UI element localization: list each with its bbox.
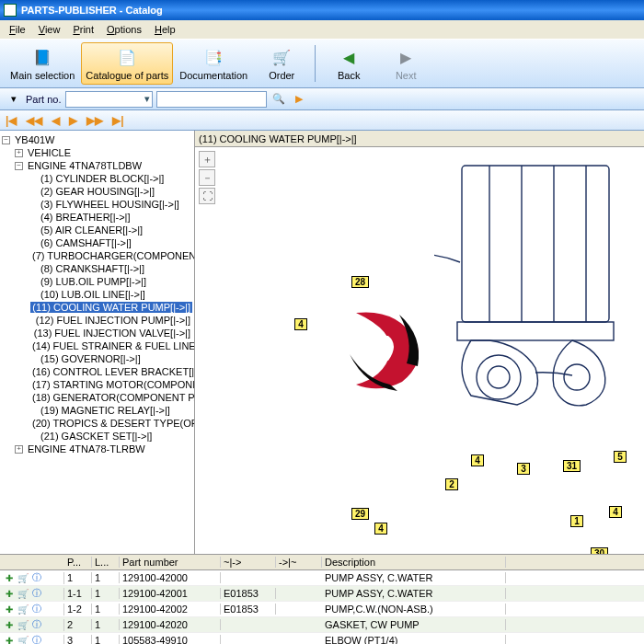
btn-back[interactable]: ◀Back — [321, 42, 376, 85]
back-icon: ◀ — [338, 47, 360, 69]
add-icon[interactable]: ✚ — [3, 635, 15, 645]
callout[interactable]: 1 — [570, 515, 583, 527]
menu-file[interactable]: File — [4, 22, 31, 37]
zoom-out-icon[interactable]: － — [199, 169, 215, 186]
btn-documentation[interactable]: 📑Documentation — [175, 42, 252, 85]
callout[interactable]: 4 — [609, 506, 622, 518]
info-icon[interactable]: ⓘ — [30, 635, 42, 645]
tree-item[interactable]: (12) FUEL INJECTION PUMP[|->|] — [2, 314, 192, 327]
menu-options[interactable]: Options — [101, 22, 147, 37]
info-icon[interactable]: ⓘ — [30, 588, 42, 600]
callout[interactable]: 28 — [351, 276, 369, 288]
app-icon — [4, 4, 17, 17]
nav-next-icon[interactable]: ▶ — [69, 114, 77, 127]
callout[interactable]: 30 — [591, 547, 608, 554]
tree-item[interactable]: (9) LUB.OIL PUMP[|->|] — [2, 275, 192, 288]
table-row[interactable]: ✚🛒ⓘ21129100-42020GASKET, CW PUMP — [0, 617, 644, 633]
add-icon[interactable]: ✚ — [3, 604, 15, 615]
watermark-logo — [333, 304, 443, 396]
tree-item[interactable]: (6) CAMSHAFT[|->|] — [2, 236, 192, 249]
tree-item[interactable]: +VEHICLE — [2, 146, 192, 159]
menu-help[interactable]: Help — [149, 22, 181, 37]
callout[interactable]: 4 — [374, 523, 387, 535]
right-panel: (11) COOLING WATER PUMP[|->|] ＋ － ⛶ — [195, 131, 644, 554]
nav-first-icon[interactable]: |◀ — [6, 114, 17, 127]
btn-catalogue[interactable]: 📄Catalogue of parts — [81, 42, 173, 85]
tree-item[interactable]: (17) STARTING MOTOR(COMPONENT PARTS[ — [2, 378, 192, 391]
diagram-viewport[interactable]: ＋ － ⛶ — [195, 147, 644, 554]
tree-item[interactable]: (15) GOVERNOR[|->|] — [2, 352, 192, 365]
titlebar: PARTS-PUBLISHER - Catalog — [0, 0, 644, 20]
catalogue-icon: 📄 — [116, 47, 138, 69]
tree-item[interactable]: (18) GENERATOR(COMPONENT PARTS)[|->|] — [2, 391, 192, 404]
btn-main-selection[interactable]: 📘Main selection — [6, 42, 79, 85]
tree-item[interactable]: (16) CONTROL LEVER BRACKET[|->|] — [2, 365, 192, 378]
zoom-in-icon[interactable]: ＋ — [199, 151, 215, 167]
partno-label: Part no. — [26, 94, 62, 105]
callout[interactable]: 31 — [563, 460, 581, 472]
callout[interactable]: 4 — [471, 454, 484, 466]
navbar: |◀ ◀◀ ◀ ▶ ▶▶ ▶| — [0, 110, 644, 131]
btn-order[interactable]: 🛒Order — [254, 42, 309, 85]
nav-prev-fast-icon[interactable]: ◀◀ — [26, 114, 42, 127]
tree-item[interactable]: (5) AIR CLEANER[|->|] — [2, 224, 192, 236]
nav-prev-icon[interactable]: ◀ — [52, 114, 60, 127]
cart-icon[interactable]: 🛒 — [17, 588, 29, 600]
tree-item[interactable]: (19) MAGNETIC RELAY[|->|] — [2, 404, 192, 417]
menu-view[interactable]: View — [33, 22, 66, 37]
dropdown-icon[interactable]: ▾ — [6, 91, 22, 108]
diagram-tools: ＋ － ⛶ — [199, 151, 215, 204]
table-row[interactable]: ✚🛒ⓘ1-21129100-42002E01853PUMP,C.W.(NON-A… — [0, 602, 644, 617]
menubar: File View Print Options Help — [0, 20, 644, 39]
menu-print[interactable]: Print — [67, 22, 99, 37]
add-icon[interactable]: ✚ — [3, 619, 15, 631]
table-row[interactable]: ✚🛒ⓘ31105583-49910ELBOW (PT1/4) — [0, 633, 644, 644]
info-icon[interactable]: ⓘ — [30, 604, 42, 615]
info-icon[interactable]: ⓘ — [30, 572, 42, 584]
tree-item[interactable]: (14) FUEL STRAINER & FUEL LINE[|->|] — [2, 339, 192, 352]
tree-item[interactable]: (8) CRANKSHAFT[|->|] — [2, 262, 192, 275]
cart-icon[interactable]: 🛒 — [17, 572, 29, 584]
table-row[interactable]: ✚🛒ⓘ11129100-42000PUMP ASSY, C.WATER — [0, 570, 644, 586]
cart-icon[interactable]: 🛒 — [17, 635, 29, 645]
go-icon[interactable]: ▶ — [291, 91, 307, 108]
tree-panel[interactable]: −YB401W+VEHICLE−ENGINE 4TNA78TLDBW(1) CY… — [0, 131, 195, 554]
engine-drawing — [434, 156, 644, 432]
tree-item[interactable]: (2) GEAR HOUSING[|->|] — [2, 185, 192, 198]
next-icon: ▶ — [395, 47, 417, 69]
tree-item[interactable]: (10) LUB.OIL LINE[|->|] — [2, 288, 192, 301]
callout[interactable]: 3 — [517, 463, 530, 475]
cart-icon[interactable]: 🛒 — [17, 619, 29, 631]
tree-item[interactable]: (4) BREATHER[|->|] — [2, 211, 192, 224]
search-icon[interactable]: 🔍 — [270, 91, 287, 108]
tree-item[interactable]: +ENGINE 4TNA78-TLRBW — [2, 443, 192, 455]
nav-next-fast-icon[interactable]: ▶▶ — [86, 114, 103, 127]
title-text: PARTS-PUBLISHER - Catalog — [21, 5, 163, 16]
partno-input[interactable] — [156, 91, 267, 108]
callout[interactable]: 2 — [445, 478, 458, 490]
add-icon[interactable]: ✚ — [3, 588, 15, 600]
partno-select[interactable] — [65, 91, 153, 108]
tree-item[interactable]: (21) GASCKET SET[|->|] — [2, 430, 192, 443]
callout[interactable]: 5 — [614, 451, 627, 463]
tree-item[interactable]: (3) FLYWHEEL HOUSING[|->|] — [2, 198, 192, 211]
tree-item[interactable]: (7) TURBOCHARGER(COMPONENT PARTS)[|- — [2, 249, 192, 262]
parts-grid[interactable]: P... L... Part number ~|-> ->|~ Descript… — [0, 554, 644, 644]
tree-item[interactable]: −YB401W — [2, 133, 192, 146]
add-icon[interactable]: ✚ — [3, 572, 15, 584]
search-bar: ▾ Part no. 🔍 ▶ — [0, 88, 644, 110]
tree-item[interactable]: (1) CYLINDER BLOCK[|->|] — [2, 172, 192, 185]
callout[interactable]: 4 — [294, 318, 307, 330]
svg-point-6 — [477, 355, 521, 399]
table-row[interactable]: ✚🛒ⓘ1-11129100-42001E01853PUMP ASSY, C.WA… — [0, 586, 644, 602]
nav-last-icon[interactable]: ▶| — [112, 114, 123, 127]
tree-item[interactable]: (13) FUEL INJECTION VALVE[|->|] — [2, 327, 192, 339]
callout[interactable]: 29 — [351, 508, 369, 520]
tree-item[interactable]: (20) TROPICS & DESERT TYPE(OPTIONAL)[|- — [2, 417, 192, 430]
zoom-fit-icon[interactable]: ⛶ — [199, 188, 215, 204]
tree-item[interactable]: (11) COOLING WATER PUMP[|->|] — [2, 301, 192, 314]
tree-item[interactable]: −ENGINE 4TNA78TLDBW — [2, 159, 192, 172]
info-icon[interactable]: ⓘ — [30, 619, 42, 631]
btn-next: ▶Next — [378, 42, 433, 85]
cart-icon[interactable]: 🛒 — [17, 604, 29, 615]
